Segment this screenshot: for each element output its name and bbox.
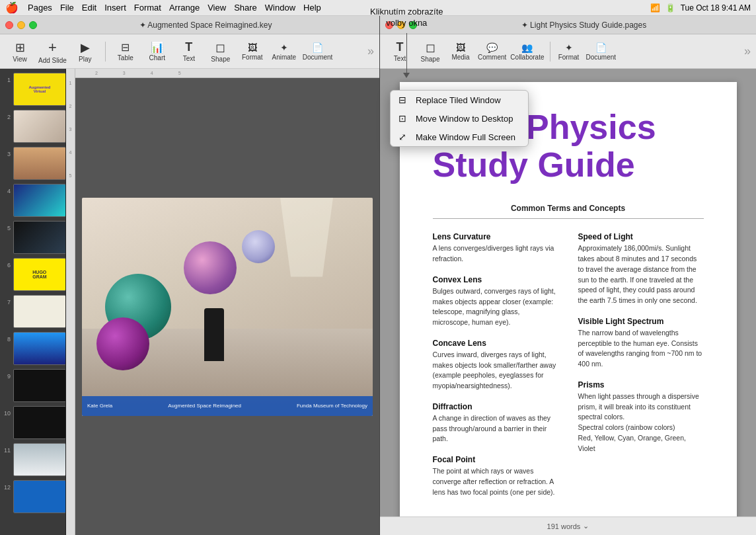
view-label: View bbox=[13, 56, 27, 63]
pages-toolbar-comment-btn[interactable]: 💬 Comment bbox=[476, 37, 508, 66]
list-item[interactable]: 11 bbox=[3, 442, 63, 477]
menu-item-replace-tiled-label: Replace Tiled Window bbox=[416, 95, 501, 105]
menu-help[interactable]: Help bbox=[303, 3, 321, 13]
doc-col-right: Speed of Light Approximately 186,000mi/s… bbox=[578, 232, 704, 497]
doc-title-line2: Study Guide bbox=[433, 145, 635, 184]
menu-item-move-to-desktop[interactable]: ⊡ Move Window to Desktop bbox=[391, 109, 528, 128]
slide-caption-right: Funda Museum of Technology bbox=[297, 403, 367, 409]
list-item[interactable]: 1 AugmentedVirtual bbox=[3, 71, 63, 107]
term-diffraction-title: Diffraction bbox=[433, 402, 558, 411]
menu-insert[interactable]: Insert bbox=[104, 3, 126, 13]
term-speed-of-light-body: Approximately 186,000mi/s. Sunlight take… bbox=[578, 243, 704, 306]
slide-main-view: 1 2 3 4 5 1 2 3 4 5 bbox=[66, 69, 379, 535]
menu-view[interactable]: View bbox=[208, 3, 226, 13]
menu-edit[interactable]: Edit bbox=[82, 3, 96, 13]
animate-label: Animate bbox=[272, 54, 296, 61]
toolbar-addslide-btn[interactable]: + Add Slide bbox=[37, 37, 68, 66]
menu-arrange[interactable]: Arrange bbox=[169, 3, 200, 13]
keynote-titlebar: ✦ Augmented Space Reimagined.key bbox=[0, 16, 379, 34]
list-item[interactable]: 6 HUGOGRAM bbox=[3, 257, 63, 292]
term-concave-lens-body: Curves inward, diverges rays of light, m… bbox=[433, 350, 558, 391]
shape-label: Shape bbox=[211, 56, 230, 63]
toolbar-view-btn[interactable]: ⊞ View bbox=[5, 37, 34, 66]
text-label: Text bbox=[183, 55, 195, 62]
term-prisms-title: Prisms bbox=[578, 380, 704, 390]
menu-window[interactable]: Window bbox=[265, 3, 295, 13]
term-focal-point-title: Focal Point bbox=[433, 455, 558, 464]
toolbar-play-btn[interactable]: ▶ Play bbox=[71, 37, 100, 66]
toolbar-shape-btn[interactable]: ◻ Shape bbox=[206, 37, 235, 66]
term-prisms-body: When light passes through a dispersive p… bbox=[578, 391, 704, 454]
term-lens-curvature-body: A lens converges/diverges light rays via… bbox=[433, 243, 558, 265]
list-item[interactable]: 9 bbox=[3, 368, 63, 403]
toolbar-format-btn[interactable]: 🖼 Format bbox=[238, 37, 267, 66]
pages-toolbar-text-btn[interactable]: T Text bbox=[385, 37, 414, 66]
toolbar-sep-1 bbox=[105, 42, 106, 62]
list-item[interactable]: 8 bbox=[3, 331, 63, 366]
pages-toolbar-document-btn[interactable]: 📄 Document bbox=[585, 37, 618, 66]
list-item[interactable]: 12 bbox=[3, 479, 63, 514]
pages-toolbar-shape-btn[interactable]: ◻ Shape bbox=[416, 37, 445, 66]
list-item[interactable]: 10 bbox=[3, 405, 63, 440]
pages-toolbar: T Text ◻ Shape 🖼 Media 💬 Comment 👥 Colla… bbox=[380, 34, 756, 69]
fullscreen-button[interactable] bbox=[29, 21, 37, 29]
menu-share[interactable]: Share bbox=[234, 3, 257, 13]
wifi-icon: 📶 bbox=[650, 3, 660, 13]
toolbar-chart-btn[interactable]: 📊 Chart bbox=[143, 37, 172, 66]
term-visible-spectrum-body: The narrow band of wavelengths perceptib… bbox=[578, 328, 704, 370]
pages-title: ✦ Light Physics Study Guide.pages bbox=[417, 21, 751, 30]
pages-collaborate-label: Collaborate bbox=[510, 54, 544, 61]
menu-format[interactable]: Format bbox=[134, 3, 161, 13]
term-speed-of-light-title: Speed of Light bbox=[578, 232, 704, 241]
word-count: 191 words bbox=[547, 522, 581, 530]
word-count-arrow[interactable]: ⌄ bbox=[583, 522, 589, 530]
term-lens-curvature-title: Lens Curvature bbox=[433, 232, 558, 241]
slide-panel[interactable]: 1 AugmentedVirtual 2 3 bbox=[0, 69, 66, 535]
pages-text-label: Text bbox=[394, 55, 406, 62]
split-container: ✦ Augmented Space Reimagined.key ⊞ View … bbox=[0, 16, 756, 535]
keynote-content: 1 AugmentedVirtual 2 3 bbox=[0, 69, 379, 535]
toolbar-text-btn[interactable]: T Text bbox=[174, 37, 204, 66]
pages-toolbar-format-btn[interactable]: ✦ Format bbox=[554, 37, 584, 66]
pages-document-label: Document bbox=[586, 54, 617, 61]
doc-subtitle: Common Terms and Concepts bbox=[433, 204, 704, 213]
datetime-display: Tue Oct 18 9:41 AM bbox=[681, 3, 751, 13]
pages-collaborate-icon: 👥 bbox=[521, 42, 533, 53]
toolbar-overflow-btn[interactable]: » bbox=[367, 44, 374, 58]
term-convex-lens-title: Convex Lens bbox=[433, 275, 558, 284]
list-item[interactable]: 7 bbox=[3, 294, 63, 329]
close-button[interactable] bbox=[5, 21, 13, 29]
list-item[interactable]: 2 bbox=[3, 108, 63, 144]
doc-divider bbox=[433, 218, 704, 219]
doc-columns: Lens Curvature A lens converges/diverges… bbox=[433, 232, 704, 497]
toolbar-table-btn[interactable]: ⊟ Table bbox=[111, 37, 140, 66]
chart-label: Chart bbox=[149, 54, 165, 62]
slide-main-image: Kate Grela Augmented Space Reimagined Fu… bbox=[82, 198, 373, 416]
document-icon: 📄 bbox=[312, 42, 323, 53]
list-item[interactable]: 4 bbox=[3, 183, 63, 218]
view-icon: ⊞ bbox=[15, 40, 25, 55]
pages-toolbar-media-btn[interactable]: 🖼 Media bbox=[446, 37, 475, 66]
pages-minimize-button[interactable] bbox=[397, 21, 405, 29]
replace-tiled-icon: ⊟ bbox=[398, 95, 410, 105]
pages-fullscreen-button[interactable] bbox=[409, 21, 417, 29]
menu-pages[interactable]: Pages bbox=[28, 3, 52, 13]
minimize-button[interactable] bbox=[17, 21, 25, 29]
apple-menu-icon[interactable]: 🍎 bbox=[5, 1, 19, 14]
pages-toolbar-overflow-btn[interactable]: » bbox=[744, 44, 751, 58]
pages-toolbar-collaborate-btn[interactable]: 👥 Collaborate bbox=[509, 37, 545, 66]
pages-document: Light Physics Study Guide Common Terms a… bbox=[400, 82, 737, 516]
term-convex-lens-body: Bulges outward, converges rays of light,… bbox=[433, 286, 558, 328]
list-item[interactable]: 5 bbox=[3, 220, 63, 255]
pages-document-icon: 📄 bbox=[595, 42, 607, 53]
menubar: 🍎 Pages File Edit Insert Format Arrange … bbox=[0, 0, 756, 16]
menu-item-make-fullscreen[interactable]: ⤢ Make Window Full Screen bbox=[391, 128, 528, 146]
menu-file[interactable]: File bbox=[60, 3, 74, 13]
pages-traffic-lights bbox=[385, 21, 417, 29]
pages-close-button[interactable] bbox=[385, 21, 393, 29]
toolbar-animate-btn[interactable]: ✦ Animate bbox=[270, 37, 299, 66]
list-item[interactable]: 3 bbox=[3, 145, 63, 181]
menu-item-replace-tiled[interactable]: ⊟ Replace Tiled Window bbox=[391, 91, 528, 109]
text-icon: T bbox=[185, 40, 192, 54]
toolbar-document-btn[interactable]: 📄 Document bbox=[301, 37, 334, 66]
